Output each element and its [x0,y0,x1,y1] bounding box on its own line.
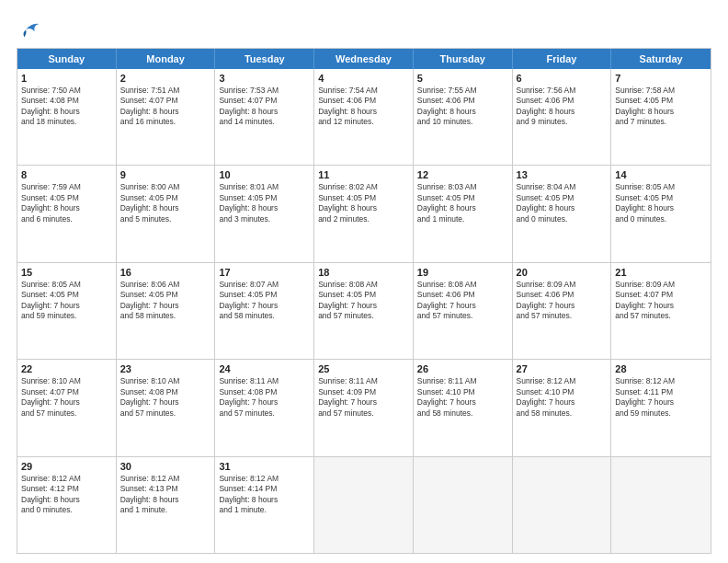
header-day-thursday: Thursday [414,49,513,69]
day-details: Sunrise: 8:11 AMSunset: 4:08 PMDaylight:… [219,376,310,419]
day-details: Sunrise: 8:04 AMSunset: 4:05 PMDaylight:… [517,182,608,224]
day-cell-11: 11Sunrise: 8:02 AMSunset: 4:05 PMDayligh… [314,166,414,261]
day-details: Sunrise: 8:00 AMSunset: 4:05 PMDaylight:… [120,182,211,224]
day-cell-25: 25Sunrise: 8:11 AMSunset: 4:09 PMDayligh… [314,360,414,455]
day-number: 8 [21,169,112,180]
day-details: Sunrise: 8:12 AMSunset: 4:14 PMDaylight:… [219,474,310,516]
day-details: Sunrise: 7:59 AMSunset: 4:05 PMDaylight:… [21,182,112,224]
day-details: Sunrise: 8:05 AMSunset: 4:05 PMDaylight:… [21,280,112,322]
day-details: Sunrise: 8:06 AMSunset: 4:05 PMDaylight:… [120,280,211,322]
day-cell-29: 29Sunrise: 8:12 AMSunset: 4:12 PMDayligh… [17,457,117,553]
day-cell-17: 17Sunrise: 8:07 AMSunset: 4:05 PMDayligh… [215,263,314,359]
header-day-monday: Monday [117,49,216,69]
day-details: Sunrise: 8:11 AMSunset: 4:09 PMDaylight:… [318,376,409,419]
day-cell-27: 27Sunrise: 8:12 AMSunset: 4:10 PMDayligh… [513,360,612,455]
day-number: 29 [21,461,112,472]
day-number: 17 [219,267,310,278]
calendar-week-2: 8Sunrise: 7:59 AMSunset: 4:05 PMDaylight… [17,166,711,262]
header-day-wednesday: Wednesday [314,49,414,69]
day-cell-24: 24Sunrise: 8:11 AMSunset: 4:08 PMDayligh… [215,360,314,455]
day-cell-4: 4Sunrise: 7:54 AMSunset: 4:06 PMDaylight… [314,69,414,165]
day-number: 25 [318,363,409,374]
empty-cell [314,457,414,553]
calendar-week-4: 22Sunrise: 8:10 AMSunset: 4:07 PMDayligh… [17,360,711,456]
day-details: Sunrise: 7:55 AMSunset: 4:06 PMDaylight:… [417,86,508,128]
calendar: SundayMondayTuesdayWednesdayThursdayFrid… [17,48,711,554]
day-number: 4 [318,73,409,84]
day-cell-9: 9Sunrise: 8:00 AMSunset: 4:05 PMDaylight… [117,166,216,261]
empty-cell [414,457,513,553]
day-details: Sunrise: 8:08 AMSunset: 4:06 PMDaylight:… [417,280,508,322]
calendar-week-3: 15Sunrise: 8:05 AMSunset: 4:05 PMDayligh… [17,263,711,360]
day-number: 11 [318,169,409,180]
day-details: Sunrise: 7:54 AMSunset: 4:06 PMDaylight:… [318,86,409,128]
day-number: 6 [517,73,608,84]
day-details: Sunrise: 7:50 AMSunset: 4:08 PMDaylight:… [21,86,112,128]
day-number: 10 [219,169,310,180]
day-number: 2 [120,73,211,84]
day-number: 30 [120,461,211,472]
day-details: Sunrise: 8:09 AMSunset: 4:06 PMDaylight:… [517,280,608,322]
day-details: Sunrise: 8:12 AMSunset: 4:12 PMDaylight:… [21,474,112,516]
day-details: Sunrise: 7:51 AMSunset: 4:07 PMDaylight:… [120,86,211,128]
day-cell-19: 19Sunrise: 8:08 AMSunset: 4:06 PMDayligh… [414,263,513,359]
day-cell-30: 30Sunrise: 8:12 AMSunset: 4:13 PMDayligh… [117,457,216,553]
calendar-week-1: 1Sunrise: 7:50 AMSunset: 4:08 PMDaylight… [17,69,711,166]
day-cell-5: 5Sunrise: 7:55 AMSunset: 4:06 PMDaylight… [414,69,513,165]
day-number: 18 [318,267,409,278]
day-details: Sunrise: 7:53 AMSunset: 4:07 PMDaylight:… [219,86,310,128]
header-day-tuesday: Tuesday [215,49,314,69]
day-number: 9 [120,169,211,180]
day-cell-14: 14Sunrise: 8:05 AMSunset: 4:05 PMDayligh… [611,166,711,261]
day-number: 28 [615,363,707,374]
day-cell-22: 22Sunrise: 8:10 AMSunset: 4:07 PMDayligh… [17,360,117,455]
day-details: Sunrise: 8:10 AMSunset: 4:07 PMDaylight:… [21,376,112,419]
day-details: Sunrise: 8:05 AMSunset: 4:05 PMDaylight:… [615,182,707,224]
day-cell-28: 28Sunrise: 8:12 AMSunset: 4:11 PMDayligh… [611,360,711,455]
day-number: 3 [219,73,310,84]
day-number: 14 [615,169,707,180]
day-number: 13 [517,169,608,180]
day-number: 19 [417,267,508,278]
day-cell-7: 7Sunrise: 7:58 AMSunset: 4:05 PMDaylight… [611,69,711,165]
header-day-sunday: Sunday [17,49,117,69]
day-cell-23: 23Sunrise: 8:10 AMSunset: 4:08 PMDayligh… [117,360,216,455]
day-cell-21: 21Sunrise: 8:09 AMSunset: 4:07 PMDayligh… [611,263,711,359]
day-number: 7 [615,73,707,84]
calendar-week-5: 29Sunrise: 8:12 AMSunset: 4:12 PMDayligh… [17,457,711,553]
day-details: Sunrise: 8:10 AMSunset: 4:08 PMDaylight:… [120,376,211,419]
day-number: 15 [21,267,112,278]
day-details: Sunrise: 8:09 AMSunset: 4:07 PMDaylight:… [615,280,707,322]
day-cell-18: 18Sunrise: 8:08 AMSunset: 4:05 PMDayligh… [314,263,414,359]
day-number: 31 [219,461,310,472]
day-details: Sunrise: 7:58 AMSunset: 4:05 PMDaylight:… [615,86,707,128]
day-number: 5 [417,73,508,84]
day-number: 12 [417,169,508,180]
day-details: Sunrise: 8:03 AMSunset: 4:05 PMDaylight:… [417,182,508,224]
day-details: Sunrise: 8:12 AMSunset: 4:13 PMDaylight:… [120,474,211,516]
header-day-friday: Friday [513,49,612,69]
day-cell-2: 2Sunrise: 7:51 AMSunset: 4:07 PMDaylight… [117,69,216,165]
calendar-body: 1Sunrise: 7:50 AMSunset: 4:08 PMDaylight… [17,69,711,553]
day-cell-6: 6Sunrise: 7:56 AMSunset: 4:06 PMDaylight… [513,69,612,165]
day-number: 24 [219,363,310,374]
day-cell-10: 10Sunrise: 8:01 AMSunset: 4:05 PMDayligh… [215,166,314,261]
logo-bird-icon [18,17,40,39]
day-number: 1 [21,73,112,84]
calendar-header: SundayMondayTuesdayWednesdayThursdayFrid… [17,49,711,69]
day-cell-26: 26Sunrise: 8:11 AMSunset: 4:10 PMDayligh… [414,360,513,455]
day-number: 16 [120,267,211,278]
day-details: Sunrise: 7:56 AMSunset: 4:06 PMDaylight:… [517,86,608,128]
empty-cell [611,457,711,553]
day-details: Sunrise: 8:11 AMSunset: 4:10 PMDaylight:… [417,376,508,419]
day-details: Sunrise: 8:07 AMSunset: 4:05 PMDaylight:… [219,280,310,322]
day-cell-15: 15Sunrise: 8:05 AMSunset: 4:05 PMDayligh… [17,263,117,359]
day-cell-31: 31Sunrise: 8:12 AMSunset: 4:14 PMDayligh… [215,457,314,553]
day-cell-12: 12Sunrise: 8:03 AMSunset: 4:05 PMDayligh… [414,166,513,261]
day-number: 21 [615,267,707,278]
day-cell-16: 16Sunrise: 8:06 AMSunset: 4:05 PMDayligh… [117,263,216,359]
empty-cell [513,457,612,553]
header-day-saturday: Saturday [611,49,711,69]
day-number: 27 [517,363,608,374]
day-details: Sunrise: 8:12 AMSunset: 4:10 PMDaylight:… [517,376,608,419]
